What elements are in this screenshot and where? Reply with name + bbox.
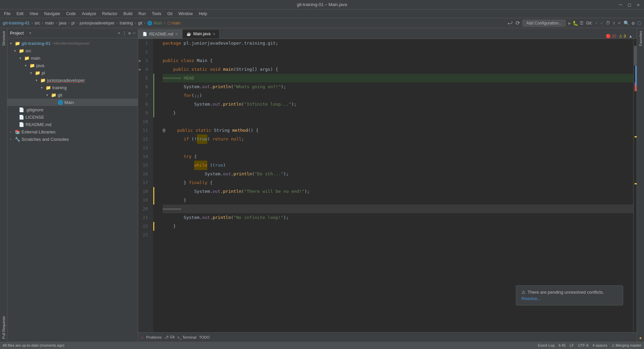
git-check2-icon[interactable]: ✓	[600, 20, 603, 25]
tree-external-libraries[interactable]: › 📚 External Libraries	[7, 128, 138, 135]
gutter-20	[153, 205, 160, 213]
git-check1-icon[interactable]: ✓	[595, 20, 598, 25]
project-panel: Project ▾ + ⋮ ⚙ ─ ▾ 📁 git-training-01 ~/…	[7, 28, 138, 342]
menu-item-window[interactable]: Window	[176, 11, 196, 17]
todo-tab[interactable]: TODO	[199, 335, 210, 339]
gutter-10	[153, 117, 160, 126]
search-icon[interactable]: 🔍	[624, 20, 629, 26]
main-java-label: Main	[64, 100, 74, 105]
tree-git[interactable]: ▾ 📁 git	[7, 91, 138, 99]
close-button[interactable]: ✕	[635, 1, 641, 8]
menu-item-build[interactable]: Build	[121, 11, 135, 17]
encoding[interactable]: UTF-8	[578, 343, 588, 347]
license-icon: 📄	[19, 115, 24, 120]
tree-src[interactable]: ▾ 📁 src	[7, 47, 138, 54]
pull-requests-label[interactable]: Pull Requests	[1, 313, 6, 342]
panel-add-icon[interactable]: +	[118, 31, 120, 36]
nav-training[interactable]: training	[120, 21, 133, 25]
panel-minimize-icon[interactable]: ─	[133, 31, 135, 36]
java-tab-close[interactable]: ✕	[213, 32, 215, 36]
menu-item-run[interactable]: Run	[136, 11, 149, 17]
tree-license[interactable]: ▾ 📄 LICENSE	[7, 113, 138, 121]
run-arrow-3[interactable]: ▶	[139, 56, 141, 65]
readme-label: README.md	[25, 122, 51, 127]
readme-tab-close[interactable]: ✕	[175, 32, 178, 36]
nav-juniorjavadeveloper[interactable]: juniorjavadeveloper	[80, 21, 115, 25]
favorites-label[interactable]: Favorites	[638, 28, 643, 49]
nav-pl[interactable]: pl	[71, 21, 74, 25]
tabs-expand-icon[interactable]: ▲	[629, 34, 633, 39]
run-icon[interactable]: ▶	[568, 20, 571, 26]
src-folder-icon: 📁	[19, 48, 24, 53]
maximize-button[interactable]: □	[626, 1, 632, 8]
tree-root[interactable]: ▾ 📁 git-training-01 ~/dev/dev/workspaces…	[7, 40, 138, 47]
tree-java[interactable]: ▾ 📁 java	[7, 62, 138, 69]
line-num-11: 11	[138, 126, 151, 135]
nav-src[interactable]: src	[35, 21, 40, 25]
cursor-position[interactable]: 6:45	[558, 343, 566, 347]
minimize-button[interactable]: ─	[618, 1, 624, 8]
menu-item-analyze[interactable]: Analyze	[79, 11, 99, 17]
nav-main[interactable]: main	[45, 21, 54, 25]
git-push-icon[interactable]: ↑	[613, 20, 615, 25]
menu-item-tools[interactable]: Tools	[149, 11, 164, 17]
structure-label[interactable]: Structure	[1, 28, 6, 49]
editor-scrollbar[interactable]	[633, 39, 637, 332]
line-ending[interactable]: LF	[570, 343, 574, 347]
run-coverage-icon[interactable]: ☰	[580, 20, 584, 25]
indent[interactable]: 4 spaces	[592, 343, 607, 347]
nav-git[interactable]: git	[138, 21, 142, 25]
event-log[interactable]: Event Log	[538, 343, 555, 347]
tree-readme[interactable]: ▾ 📄 README.md	[7, 121, 138, 128]
panel-gear-icon[interactable]: ⚙	[128, 31, 131, 36]
menu-item-navigate[interactable]: Navigate	[42, 11, 63, 17]
nav-java[interactable]: java	[59, 21, 66, 25]
menu-item-view[interactable]: View	[27, 11, 41, 17]
tree-main[interactable]: ▾ 📁 main	[7, 54, 138, 62]
tree-juniorjavadeveloper[interactable]: ▾ 📁 juniorjavadeveloper	[7, 76, 138, 84]
tree-scratches[interactable]: › 🔧 Scratches and Consoles	[7, 135, 138, 143]
line-num-8: 8	[138, 100, 151, 109]
ide-icon[interactable]: ⬡	[637, 20, 641, 26]
terminal-tab[interactable]: >_ Terminal	[177, 335, 196, 339]
settings-icon[interactable]: ⚙	[632, 20, 635, 26]
code-line-6: System. out . println ( "Whats going on?…	[163, 82, 633, 91]
nav-branch[interactable]: ⬡ main	[167, 21, 180, 25]
problems-warning-icon: ⚠	[141, 335, 144, 340]
string-18: "There will be no end!"	[244, 187, 305, 196]
git-tab[interactable]: ⎇ Git	[164, 335, 174, 339]
tab-main-java[interactable]: ☕ Main.java ✕	[182, 29, 219, 39]
nav-project[interactable]: git-training-01	[3, 21, 30, 25]
menu-item-refactor[interactable]: Refactor	[100, 11, 120, 17]
menu-item-help[interactable]: Help	[196, 11, 210, 17]
run-arrow-4[interactable]: ▶	[139, 65, 141, 74]
kw-void: void	[210, 65, 220, 74]
tree-gitignore[interactable]: ▾ 📄 .gitignore	[7, 106, 138, 113]
resolve-link[interactable]: Resolve...	[522, 296, 618, 301]
line-num-16: 16	[138, 170, 151, 178]
tree-training[interactable]: ▾ 📁 training	[7, 84, 138, 91]
tab-readme[interactable]: 📄 README.md ✕	[138, 29, 182, 39]
gutter-18	[153, 187, 160, 196]
training-label: training	[52, 85, 67, 90]
problems-button[interactable]: Problems	[146, 335, 162, 339]
favorites-star-icon[interactable]: ★	[638, 334, 643, 342]
tree-main-java[interactable]: ▾ 🌐 Main	[7, 99, 138, 106]
nav-forward-icon[interactable]: ⟳	[516, 20, 520, 26]
menu-item-git[interactable]: Git	[165, 11, 175, 17]
debug-icon[interactable]: 🐛	[573, 20, 578, 26]
tree-pl[interactable]: ▾ 📁 pl	[7, 69, 138, 76]
gutter-17	[153, 178, 160, 187]
git-revert-icon[interactable]: ↶	[618, 20, 621, 25]
add-configuration-button[interactable]: Add Configuration...	[523, 20, 566, 26]
panel-compact-icon[interactable]: ⋮	[122, 31, 126, 36]
menu-item-file[interactable]: File	[1, 11, 13, 17]
warning-indicator-2	[635, 183, 637, 184]
nav-main-file[interactable]: 🌐 Main	[147, 21, 162, 25]
menu-item-code[interactable]: Code	[63, 11, 78, 17]
nav-back-icon[interactable]: ⮐	[507, 20, 513, 26]
while-keyword-15: while	[194, 161, 207, 170]
git-history-icon[interactable]: ⏱	[606, 20, 610, 25]
panel-dropdown-icon[interactable]: ▾	[29, 31, 32, 35]
menu-item-edit[interactable]: Edit	[14, 11, 26, 17]
